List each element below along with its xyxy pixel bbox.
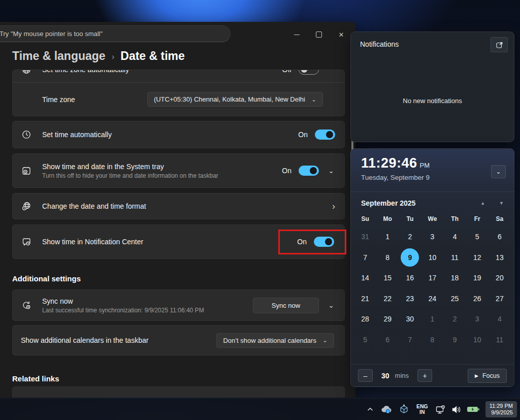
- calendar-day[interactable]: 3: [466, 309, 489, 330]
- set-time-automatically-toggle[interactable]: [315, 130, 335, 140]
- calendar-day-header: Fr: [466, 215, 489, 222]
- calendar-day[interactable]: 3: [421, 227, 443, 247]
- calendar-day[interactable]: 28: [354, 309, 376, 330]
- calendar-day[interactable]: 9: [444, 330, 466, 350]
- calendar-day[interactable]: 4: [489, 309, 511, 330]
- row-label: Set time automatically: [42, 131, 112, 139]
- close-button[interactable]: ✕: [330, 28, 352, 41]
- row-label: Set time zone automatically: [42, 70, 129, 74]
- row-show-time-in-system-tray[interactable]: Show time and date in the System tray Tu…: [12, 153, 345, 188]
- calendar-day[interactable]: 5: [354, 330, 376, 350]
- calendar-day[interactable]: 12: [466, 247, 489, 268]
- row-set-time-automatically[interactable]: Set time automatically On: [12, 121, 345, 148]
- row-label: Change the date and time format: [42, 202, 146, 210]
- tray-app-icon[interactable]: [399, 404, 409, 415]
- calendar-day[interactable]: 25: [444, 288, 466, 309]
- calendar-day[interactable]: 8: [376, 247, 399, 268]
- calendar-day[interactable]: 19: [466, 268, 489, 288]
- calendar-prev-month-button[interactable]: ▲: [480, 201, 485, 206]
- calendar-day[interactable]: 21: [354, 288, 376, 309]
- calendar-day[interactable]: 7: [399, 330, 421, 350]
- notification-settings-button[interactable]: [491, 37, 508, 52]
- calendar-day[interactable]: 23: [399, 288, 421, 309]
- calendar-month-label[interactable]: September 2025: [361, 199, 415, 207]
- chevron-down-icon[interactable]: ⌄: [327, 302, 335, 309]
- calendar-day-header: Th: [444, 215, 466, 222]
- calendar-next-month-button[interactable]: ▼: [499, 201, 504, 206]
- clock-meridiem: PM: [420, 161, 430, 169]
- timezone-dropdown-value: (UTC+05:30) Chennai, Kolkata, Mumbai, Ne…: [154, 95, 305, 103]
- taskbar-clock[interactable]: 11:29 PM 9/9/2025: [485, 401, 517, 417]
- breadcrumb-separator-icon: ›: [112, 52, 115, 62]
- additional-calendars-dropdown[interactable]: Don’t show additional calendars ⌄: [216, 333, 334, 348]
- volume-icon[interactable]: [451, 405, 461, 414]
- minimize-button[interactable]: [285, 28, 308, 41]
- calendar-day-header-row: SuMoTuWeThFrSa: [351, 211, 514, 227]
- calendar-day[interactable]: 30: [399, 309, 421, 330]
- breadcrumb-parent[interactable]: Time & language: [12, 49, 106, 63]
- notifications-title: Notifications: [360, 40, 399, 48]
- sync-now-button[interactable]: Sync now: [253, 298, 319, 313]
- language-indicator[interactable]: ENG IN: [415, 404, 430, 415]
- calendar-day[interactable]: 31: [354, 227, 376, 247]
- row-set-timezone-automatically[interactable]: Set time zone automatically Off ⌃: [13, 70, 344, 82]
- battery-charging-icon[interactable]: [467, 406, 480, 413]
- calendar-day[interactable]: 27: [489, 288, 511, 309]
- calendar-day[interactable]: 2: [444, 309, 466, 330]
- maximize-button[interactable]: [308, 28, 330, 41]
- calendar-day-header: Sa: [489, 215, 511, 222]
- row-change-date-time-format[interactable]: Change the date and time format ›: [12, 193, 345, 219]
- calendar-day[interactable]: 4: [444, 227, 466, 247]
- calendar-day[interactable]: 15: [376, 268, 399, 288]
- timezone-auto-toggle[interactable]: [299, 70, 319, 75]
- notification-clock-icon: [21, 236, 32, 247]
- hidden-icons-chevron-button[interactable]: [365, 407, 375, 411]
- timezone-dropdown[interactable]: (UTC+05:30) Chennai, Kolkata, Mumbai, Ne…: [147, 92, 323, 107]
- chevron-down-icon[interactable]: ⌄: [327, 167, 335, 174]
- settings-search-input[interactable]: Try "My mouse pointer is too small": [0, 25, 231, 42]
- play-icon: ▶: [475, 373, 478, 378]
- system-tray-time-toggle[interactable]: [299, 166, 319, 176]
- sync-icon: [21, 300, 32, 311]
- calendar-day[interactable]: 17: [421, 268, 443, 288]
- calendar-day[interactable]: 20: [489, 268, 511, 288]
- chevron-up-icon[interactable]: ⌃: [327, 70, 335, 73]
- calendar-day[interactable]: 14: [354, 268, 376, 288]
- calendar-day[interactable]: 8: [421, 330, 443, 350]
- calendar-day[interactable]: 24: [421, 288, 443, 309]
- calendar-day[interactable]: 18: [444, 268, 466, 288]
- calendar-day-header: We: [421, 215, 443, 222]
- taskbar: i ENG IN 11:29 PM 9/9/2025: [0, 398, 520, 420]
- related-links-card[interactable]: [12, 386, 345, 398]
- calendar-day-selected[interactable]: 9: [399, 247, 421, 268]
- calendar-day[interactable]: 13: [489, 247, 511, 268]
- calendar-day[interactable]: 1: [421, 309, 443, 330]
- focus-button-label: Focus: [482, 372, 500, 379]
- row-label: Show time in Notification Center: [42, 238, 143, 246]
- focus-session-bar: – 30 mins + ▶ Focus: [351, 364, 514, 386]
- calendar-day[interactable]: 11: [444, 247, 466, 268]
- calendar-day[interactable]: 2: [399, 227, 421, 247]
- collapse-calendar-button[interactable]: ⌄: [491, 165, 506, 178]
- language-line2: IN: [419, 409, 425, 415]
- focus-minutes-increase-button[interactable]: +: [417, 369, 432, 382]
- focus-start-button[interactable]: ▶ Focus: [468, 369, 507, 383]
- focus-minutes-decrease-button[interactable]: –: [358, 369, 373, 382]
- calendar-day[interactable]: 16: [399, 268, 421, 288]
- calendar-day[interactable]: 22: [376, 288, 399, 309]
- onedrive-icon[interactable]: i: [381, 405, 393, 414]
- calendar-day[interactable]: 5: [466, 227, 489, 247]
- calendar-day[interactable]: 6: [489, 227, 511, 247]
- calendar-day[interactable]: 10: [466, 330, 489, 350]
- calendar-day[interactable]: 26: [466, 288, 489, 309]
- search-placeholder: Try "My mouse pointer is too small": [0, 30, 103, 38]
- calendar-day[interactable]: 6: [376, 330, 399, 350]
- calendar-day[interactable]: 10: [421, 247, 443, 268]
- calendar-day[interactable]: 11: [489, 330, 511, 350]
- toggle-state-label: On: [298, 131, 308, 139]
- page-title: Date & time: [120, 49, 185, 63]
- calendar-day[interactable]: 7: [354, 247, 376, 268]
- network-icon[interactable]: [435, 405, 446, 414]
- calendar-day[interactable]: 1: [376, 227, 399, 247]
- calendar-day[interactable]: 29: [376, 309, 399, 330]
